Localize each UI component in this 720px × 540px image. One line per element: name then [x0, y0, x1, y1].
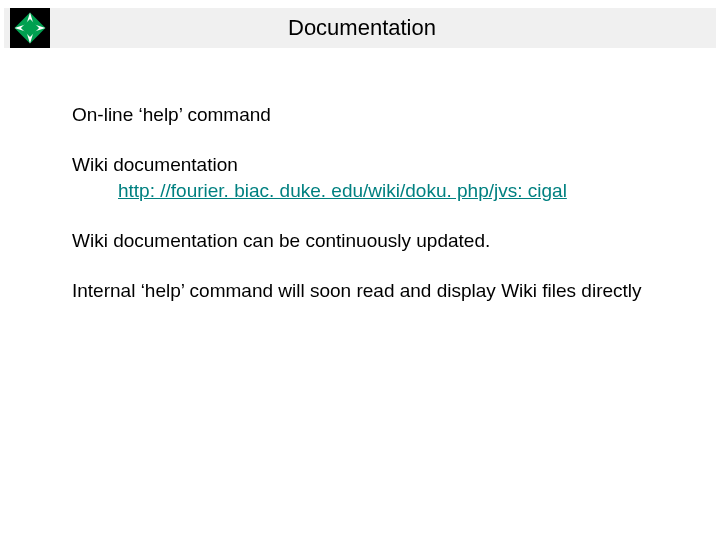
wiki-updated-line: Wiki documentation can be continuously u…	[72, 228, 660, 254]
wiki-doc-label: Wiki documentation	[72, 152, 660, 178]
wiki-url-line: http: //fourier. biac. duke. edu/wiki/do…	[72, 178, 660, 204]
content-area: On-line ‘help’ command Wiki documentatio…	[72, 102, 660, 327]
title-bar: Documentation	[4, 8, 716, 48]
page-title: Documentation	[52, 15, 716, 41]
internal-help-line: Internal ‘help’ command will soon read a…	[72, 278, 660, 304]
cigal-logo-icon	[8, 8, 52, 48]
wiki-url-link[interactable]: http: //fourier. biac. duke. edu/wiki/do…	[118, 178, 567, 204]
wiki-doc-block: Wiki documentation http: //fourier. biac…	[72, 152, 660, 204]
help-command-line: On-line ‘help’ command	[72, 102, 660, 128]
